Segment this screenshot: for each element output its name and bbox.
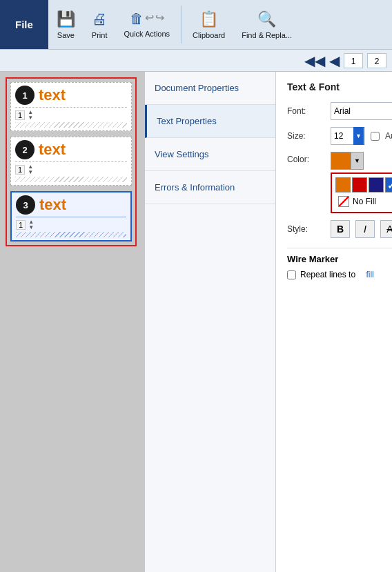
swatch-orange[interactable] (335, 177, 351, 193)
quick-actions-icon: 🗑↩↪ (130, 11, 164, 27)
card-3-spinner[interactable]: ▲ ▼ (28, 219, 34, 230)
print-icon: 🖨 (92, 10, 107, 28)
font-select[interactable]: Arial (331, 102, 392, 120)
color-picker-popup: ✓ No Fill (331, 172, 392, 213)
toolbar-separator (181, 6, 182, 43)
size-label: Size: (287, 131, 325, 141)
italic-button[interactable]: I (355, 220, 375, 238)
repeat-label: Repeat lines to (300, 270, 355, 279)
wire-marker-title: Wire Marker (287, 254, 392, 264)
strikethrough-button[interactable]: A (380, 220, 392, 238)
save-icon: 💾 (57, 10, 75, 28)
card-1-text: text (39, 86, 127, 104)
print-button[interactable]: 🖨 Print (84, 0, 116, 49)
card-2-circle: 2 (15, 140, 35, 159)
color-swatch-main[interactable] (331, 152, 351, 170)
card-1[interactable]: 1 text 1 ▲ ▼ (10, 82, 132, 131)
section-divider (287, 248, 392, 248)
right-panel: Document Properties Text Properties View… (145, 72, 392, 572)
card-container: 1 text 1 ▲ ▼ 2 text (6, 77, 137, 246)
color-swatches-row: ✓ (335, 177, 392, 193)
properties-title: Text & Font (287, 81, 392, 92)
sidebar: Document Properties Text Properties View… (145, 72, 276, 572)
style-row: Style: B I A (287, 220, 392, 238)
card-3-num: 1 (16, 220, 26, 230)
swatch-darkblue[interactable] (369, 177, 384, 193)
save-button[interactable]: 💾 Save (48, 0, 84, 49)
autofit-label: Auto fit (385, 131, 392, 141)
sidebar-item-errors-information[interactable]: Errors & Information (145, 171, 275, 204)
nav-back-arrow[interactable]: ◀◀ (304, 52, 325, 69)
sidebar-item-document-properties[interactable]: Document Properties (145, 72, 275, 105)
main-content: 1 text 1 ▲ ▼ 2 text (0, 72, 392, 572)
swatch-red[interactable] (352, 177, 367, 193)
color-dropdown-button[interactable]: ▼ (351, 152, 364, 170)
properties-panel: Text & Font Font: Arial ▼ Size: 12 (276, 72, 392, 572)
sidebar-item-view-settings[interactable]: View Settings (145, 138, 275, 171)
nav-bar: ◀◀ ◀ 1 2 (0, 50, 392, 72)
card-3-hatch (16, 232, 126, 237)
repeat-row: Repeat lines to fill (287, 270, 392, 279)
no-fill-icon (338, 196, 349, 207)
size-select[interactable]: 12 (331, 127, 365, 145)
card-3[interactable]: 3 text 1 ▲ ▼ (10, 191, 132, 241)
autofit-checkbox[interactable] (371, 132, 380, 141)
clipboard-icon: 📋 (199, 10, 218, 28)
card-2-spinner[interactable]: ▲ ▼ (28, 164, 33, 175)
card-2-num: 1 (15, 165, 25, 175)
font-row: Font: Arial ▼ (287, 102, 392, 120)
card-3-text: text (39, 196, 126, 214)
find-replace-button[interactable]: 🔍 Find & Repla... (233, 0, 300, 49)
card-1-spinner[interactable]: ▲ ▼ (28, 110, 33, 121)
card-2-hatch (15, 177, 127, 182)
font-label: Font: (287, 106, 325, 116)
card-2-text: text (39, 141, 127, 159)
color-label: Color: (287, 152, 325, 164)
swatch-check: ✓ (387, 178, 392, 193)
bold-button[interactable]: B (331, 220, 350, 238)
color-row: Color: ▼ ✓ (287, 152, 392, 213)
sidebar-item-text-properties[interactable]: Text Properties (145, 105, 275, 138)
page-2-indicator[interactable]: 2 (367, 53, 386, 68)
swatch-blue-selected[interactable]: ✓ (385, 177, 392, 193)
canvas-area: 1 text 1 ▲ ▼ 2 text (0, 72, 145, 572)
page-1-indicator[interactable]: 1 (344, 53, 363, 68)
find-replace-icon: 🔍 (257, 10, 276, 28)
nav-prev-arrow[interactable]: ◀ (329, 52, 340, 69)
color-controls: ▼ ✓ (331, 152, 392, 213)
style-label: Style: (287, 224, 325, 234)
card-2[interactable]: 2 text 1 ▲ ▼ (10, 137, 132, 186)
card-1-hatch (15, 122, 127, 128)
file-button[interactable]: File (0, 0, 48, 49)
no-fill-row[interactable]: No Fill (335, 195, 392, 208)
size-row: Size: 12 ▼ Auto fit (287, 127, 392, 145)
repeat-checkbox[interactable] (287, 270, 296, 279)
card-3-circle: 3 (16, 195, 35, 215)
repeat-fill-link[interactable]: fill (366, 270, 373, 279)
card-1-num: 1 (15, 110, 25, 120)
repeat-link-spacer (360, 270, 362, 279)
clipboard-button[interactable]: 📋 Clipboard (184, 0, 233, 49)
no-fill-label: No Fill (353, 197, 376, 206)
card-1-circle: 1 (15, 86, 35, 105)
font-select-wrapper: Arial ▼ (331, 102, 392, 120)
quick-actions-button[interactable]: 🗑↩↪ Quick Actions (115, 0, 178, 49)
size-select-wrapper: 12 ▼ (331, 127, 365, 145)
toolbar: File 💾 Save 🖨 Print 🗑↩↪ Quick Actions 📋 … (0, 0, 392, 50)
